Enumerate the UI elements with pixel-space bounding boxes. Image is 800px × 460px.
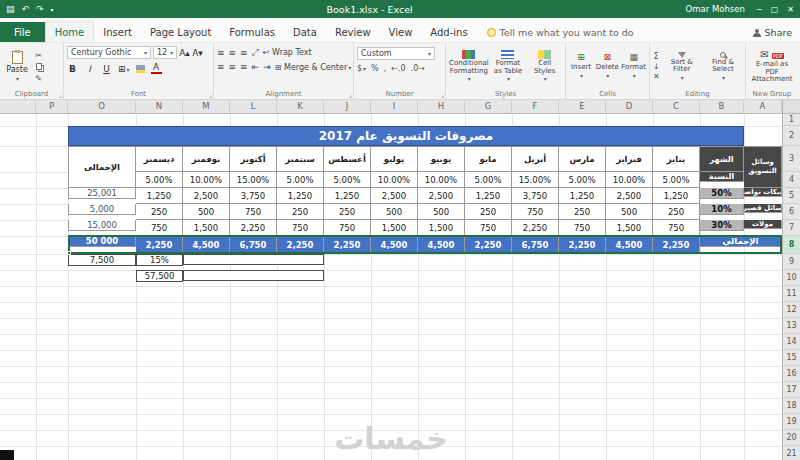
ribbon-tab[interactable]: Review [326, 22, 380, 42]
month-header-cell[interactable]: نوفمبر [183, 146, 230, 172]
column-header[interactable]: M [183, 100, 230, 113]
value-cell[interactable]: 2,500 [183, 188, 230, 204]
final-label-cell[interactable]: إجمالى المصروفات التسويقية [183, 270, 324, 281]
format-cells-button[interactable]: ▦ Format ▾ [621, 45, 646, 88]
value-cell[interactable]: 750 [559, 220, 606, 236]
value-cell[interactable]: 750 [136, 220, 183, 236]
value-cell[interactable]: 1,250 [559, 188, 606, 204]
ratio-cell[interactable]: 15.00% [512, 172, 559, 188]
value-cell[interactable]: 750 [230, 204, 277, 220]
ratio-cell[interactable]: 5.00% [559, 172, 606, 188]
value-cell[interactable]: 4,500 [371, 236, 418, 254]
increase-decimal-icon[interactable]: ←.0 [391, 64, 405, 73]
column-header[interactable]: E [559, 100, 606, 113]
close-icon[interactable]: ✕ [787, 5, 794, 14]
value-cell[interactable]: 1,500 [418, 220, 465, 236]
ratio-cell[interactable]: 10.00% [183, 172, 230, 188]
value-cell[interactable]: 2,500 [418, 188, 465, 204]
ribbon-tab[interactable]: Add-ins [421, 22, 476, 42]
align-bottom-icon[interactable]: ≡ [240, 48, 248, 58]
row-header[interactable]: 13 [783, 318, 800, 334]
total-column-header-cell[interactable]: الإجمالى [68, 146, 136, 188]
value-cell[interactable]: 2,250 [465, 236, 512, 254]
select-all-corner[interactable] [782, 100, 800, 113]
value-cell[interactable]: 3,750 [512, 188, 559, 204]
column-header[interactable]: O [68, 100, 136, 113]
column-header[interactable]: B [700, 100, 744, 113]
ratio-label-cell[interactable]: النسبة [700, 172, 744, 182]
value-cell[interactable]: 750 [465, 220, 512, 236]
month-col-header-cell[interactable]: الشهر [700, 146, 744, 172]
ratio-cell[interactable]: 5.00% [277, 172, 324, 188]
agency-amount-cell[interactable]: 7,500 [68, 254, 136, 266]
row-header[interactable]: 20 [783, 430, 800, 446]
sort-filter-button[interactable]: Sort & Filter ▾ [663, 45, 701, 88]
email-pdf-button[interactable]: ✉ PDF E-mail as PDF Attachment [749, 45, 795, 88]
align-top-icon[interactable]: ≡ [217, 48, 225, 58]
ribbon-tab[interactable]: Insert [94, 22, 141, 42]
month-header-cell[interactable]: مارس [559, 146, 606, 172]
column-header[interactable]: K [277, 100, 324, 113]
align-middle-icon[interactable]: ≡ [229, 48, 237, 58]
clear-icon[interactable]: ✕ [653, 72, 660, 81]
column-header[interactable]: F [512, 100, 559, 113]
value-cell[interactable]: 1,250 [277, 188, 324, 204]
align-right-icon[interactable]: ≡ [240, 62, 248, 72]
column-header[interactable]: P [36, 100, 68, 113]
decrease-decimal-icon[interactable]: .0→ [411, 64, 425, 73]
row-header[interactable]: 18 [783, 398, 800, 414]
grow-font-icon[interactable]: A▴ [179, 48, 190, 58]
ratio-cell[interactable]: 5.00% [136, 172, 183, 188]
agency-rate-cell[interactable]: 15% [136, 254, 183, 266]
customize-qat-icon[interactable]: ▾ [51, 6, 54, 13]
value-cell[interactable]: 3,750 [230, 188, 277, 204]
month-header-cell[interactable]: يوليو [371, 146, 418, 172]
ratio-cell[interactable]: 5.00% [465, 172, 512, 188]
row-header[interactable]: 4 [783, 172, 800, 188]
value-cell[interactable]: 2,250 [324, 236, 371, 254]
month-header-cell[interactable]: أغسطس [324, 146, 371, 172]
dialog-launcher-icon[interactable]: ⌟ [441, 91, 444, 99]
value-cell[interactable]: 500 [418, 204, 465, 220]
column-header[interactable]: G [465, 100, 512, 113]
row-header[interactable]: 1 [783, 114, 800, 126]
bold-button[interactable]: B [67, 64, 78, 74]
month-header-cell[interactable]: مايو [465, 146, 512, 172]
value-cell[interactable]: 6,750 [512, 236, 559, 254]
find-select-button[interactable]: Find & Select ▾ [704, 45, 742, 88]
value-cell[interactable]: 250 [653, 204, 700, 220]
row-header[interactable]: 3 [783, 146, 800, 172]
value-cell[interactable]: 250 [465, 204, 512, 220]
agency-label-cell[interactable]: مصروفات شركة الدعاية السنوية [183, 254, 324, 265]
row-header[interactable]: 14 [783, 334, 800, 350]
value-cell[interactable]: 4,500 [183, 236, 230, 254]
value-cell[interactable]: 6,750 [230, 236, 277, 254]
value-cell[interactable]: 750 [653, 220, 700, 236]
month-header-cell[interactable]: يونيو [418, 146, 465, 172]
insert-cells-button[interactable]: ⊞ Insert ▾ [569, 45, 593, 88]
ribbon-tab[interactable]: View [380, 22, 422, 42]
row-header[interactable]: 9 [783, 254, 800, 270]
value-cell[interactable]: 500 [606, 204, 653, 220]
month-header-cell[interactable]: فبراير [606, 146, 653, 172]
row-header[interactable]: 10 [783, 270, 800, 286]
ratio-cell[interactable]: 5.00% [324, 172, 371, 188]
orientation-icon[interactable]: ⤢ [252, 47, 259, 58]
value-cell[interactable]: 250 [559, 204, 606, 220]
wrap-text-button[interactable]: ↩ Wrap Text [263, 48, 312, 57]
side-header-cell[interactable]: وسائل التسويق [744, 146, 782, 188]
value-cell[interactable]: 750 [277, 220, 324, 236]
month-header-cell[interactable]: يناير [653, 146, 700, 172]
month-header-cell[interactable]: أكتوبر [230, 146, 277, 172]
paste-button[interactable]: Paste ▾ [3, 45, 31, 88]
row-header[interactable]: 21 [783, 446, 800, 460]
value-cell[interactable]: 2,250 [653, 236, 700, 254]
italic-button[interactable]: I [84, 64, 95, 74]
grand-total-label-cell[interactable]: الإجمالي [700, 236, 782, 247]
shrink-font-icon[interactable]: A▾ [192, 48, 203, 58]
row-header[interactable]: 17 [783, 382, 800, 398]
row-header[interactable]: 16 [783, 366, 800, 382]
column-header[interactable]: A [744, 100, 782, 113]
ratio-cell[interactable]: 10.00% [371, 172, 418, 188]
comma-style-icon[interactable]: , [384, 64, 387, 73]
